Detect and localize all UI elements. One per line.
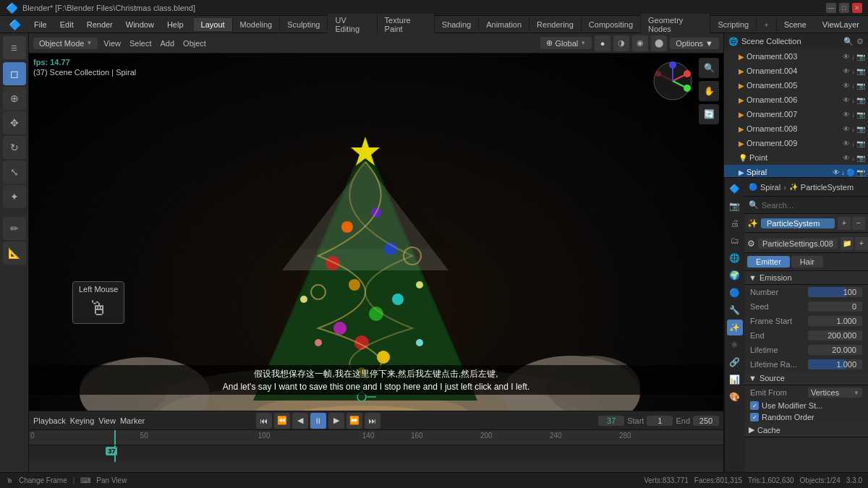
timeline-track[interactable]: 37 [29, 445, 723, 462]
menu-edit[interactable]: Edit [54, 19, 80, 30]
random-order-checkbox[interactable]: ✓ [750, 413, 759, 421]
jump-end-btn[interactable]: ⏭ [365, 413, 380, 429]
cursor-tool-btn[interactable]: ⊕ [3, 87, 26, 110]
start-frame-input[interactable]: 1 [647, 416, 673, 426]
object-menu[interactable]: Object [180, 39, 209, 48]
lifetime-rand-input[interactable]: 1.000 [808, 359, 862, 369]
select-menu[interactable]: Select [127, 39, 155, 48]
ws-compositing[interactable]: Compositing [582, 18, 641, 31]
current-frame-input[interactable]: 37 [598, 416, 624, 426]
props-material-btn[interactable]: 🎨 [727, 389, 743, 405]
ps-settings-browse-btn[interactable]: 📁 [841, 237, 854, 250]
props-world-btn[interactable]: 🌍 [727, 267, 743, 283]
playback-menu[interactable]: Playback [33, 416, 66, 425]
ws-uv-editing[interactable]: UV Editing [328, 14, 377, 35]
ws-rendering[interactable]: Rendering [529, 18, 582, 31]
menu-blender[interactable]: 🔷 [3, 17, 27, 32]
select-tool-btn[interactable]: ◻ [3, 62, 26, 85]
menu-render[interactable]: Render [81, 19, 119, 30]
props-constraints-btn[interactable]: 🔗 [727, 354, 743, 370]
lifetime-input[interactable]: 20.000 [808, 345, 862, 355]
viewport-zoom-in[interactable]: 🔍 [699, 58, 719, 78]
maximize-button[interactable]: □ [839, 3, 849, 13]
measure-tool-btn[interactable]: 📐 [3, 241, 26, 265]
props-output-btn[interactable]: 🖨 [727, 215, 743, 231]
breadcrumb-spiral[interactable]: Spiral [760, 183, 780, 192]
ws-shading[interactable]: Shading [435, 18, 479, 31]
menu-help[interactable]: Help [161, 19, 190, 30]
ws-add[interactable]: + [757, 18, 776, 31]
play-reverse-btn[interactable]: ◀ [292, 413, 308, 429]
close-button[interactable]: ✕ [852, 3, 862, 13]
end-frame-input[interactable]: 250 [693, 416, 719, 426]
props-object-btn[interactable]: 🔵 [727, 285, 743, 301]
play-forward-btn[interactable]: ▶ [328, 413, 344, 429]
timeline-ruler[interactable]: 0 50 100 140 160 200 240 280 [29, 430, 723, 445]
props-modifier-btn[interactable]: 🔧 [727, 302, 743, 318]
outliner-item[interactable]: ▶ Ornament.008 👁↓📷 [724, 121, 868, 136]
number-input[interactable]: 100 [808, 287, 862, 297]
annotate-tool-btn[interactable]: ✏ [3, 217, 26, 240]
mode-selector[interactable]: Object Mode▼ [33, 38, 98, 49]
prev-keyframe-btn[interactable]: ⏪ [274, 413, 290, 429]
outliner-item[interactable]: ▶ Ornament.005 👁↓📷 [724, 78, 868, 93]
transform-selector[interactable]: ⊕Global▼ [540, 37, 592, 49]
hair-tab[interactable]: Hair [791, 256, 823, 267]
frame-start-input[interactable]: 1.000 [808, 316, 862, 326]
props-data-btn[interactable]: 📊 [727, 372, 743, 388]
emit-from-dropdown[interactable]: Vertices ▼ [808, 388, 862, 398]
props-active-object-btn[interactable]: 🔷 [727, 181, 743, 197]
ws-scripting[interactable]: Scripting [710, 18, 757, 31]
ws-modeling[interactable]: Modeling [233, 18, 281, 31]
end-input[interactable]: 200.000 [808, 330, 862, 341]
next-keyframe-btn[interactable]: ⏩ [346, 413, 362, 429]
ps-settings-name[interactable]: ParticleSettings.008 [758, 239, 838, 249]
menu-file[interactable]: File [28, 19, 53, 30]
viewport-rotate[interactable]: 🔄 [699, 104, 719, 124]
props-physics-btn[interactable]: ⚛ [727, 337, 743, 353]
props-scene-btn[interactable]: 🌐 [727, 250, 743, 266]
ws-geometry-nodes[interactable]: Geometry Nodes [641, 14, 710, 35]
outliner-item[interactable]: ▶ Ornament.006 👁↓📷 [724, 93, 868, 107]
ps-settings-new-btn[interactable]: + [855, 237, 868, 250]
keying-menu[interactable]: Keying [70, 416, 95, 425]
viewport-pan[interactable]: ✋ [699, 81, 719, 101]
ws-sculpting[interactable]: Sculpting [280, 18, 328, 31]
viewport-3d[interactable]: fps: 14.77 (37) Scene Collection | Spira… [29, 53, 723, 411]
cache-section-title[interactable]: ▶ Cache [744, 423, 868, 437]
emitter-tab[interactable]: Emitter [747, 256, 790, 267]
breadcrumb-particle-system[interactable]: ParticleSystem [801, 183, 854, 192]
emission-section-title[interactable]: ▼ Emission [744, 271, 868, 285]
props-search-input[interactable] [762, 201, 864, 210]
outliner-search-icon[interactable]: 🔍 [843, 37, 854, 46]
play-pause-btn[interactable]: ⏸ [310, 413, 326, 429]
shading-solid-btn[interactable]: ● [595, 35, 610, 51]
props-view-layer-btn[interactable]: 🗂 [727, 233, 743, 249]
transform-tool-btn[interactable]: ✦ [3, 185, 26, 208]
view-menu[interactable]: View [101, 39, 124, 48]
viewlayer-selector[interactable]: ViewLayer [817, 19, 865, 30]
outliner-filter-icon[interactable]: ⚙ [856, 37, 864, 46]
outliner-item[interactable]: ▶ Ornament.009 👁↓📷 [724, 136, 868, 150]
outliner-item[interactable]: ▶ Ornament.004 👁↓📷 [724, 64, 868, 78]
scene-selector[interactable]: Scene [778, 19, 812, 30]
header-toggle-btn[interactable]: ☰ [3, 36, 26, 59]
viewport-gizmo[interactable] [651, 59, 694, 103]
shading-material-btn[interactable]: ◑ [613, 35, 629, 51]
view-menu-tl[interactable]: View [98, 416, 116, 425]
outliner-item[interactable]: ▶ Ornament.007 👁↓📷 [724, 107, 868, 121]
use-modifier-checkbox[interactable]: ✓ [750, 401, 759, 410]
scale-tool-btn[interactable]: ⤡ [3, 160, 26, 184]
menu-window[interactable]: Window [120, 19, 160, 30]
ws-layout[interactable]: Layout [194, 18, 233, 31]
source-section-title[interactable]: ▼ Source [744, 372, 868, 385]
jump-start-btn[interactable]: ⏮ [256, 413, 272, 429]
rotate-tool-btn[interactable]: ↻ [3, 136, 26, 159]
ws-texture-paint[interactable]: Texture Paint [378, 14, 435, 35]
ws-animation[interactable]: Animation [479, 18, 529, 31]
move-tool-btn[interactable]: ✥ [3, 111, 26, 134]
outliner-item[interactable]: ▶ Ornament.003 👁↓📷 [724, 49, 868, 64]
add-menu[interactable]: Add [158, 39, 178, 48]
overlay-btn[interactable]: ⬤ [651, 35, 667, 51]
shading-render-btn[interactable]: ◉ [632, 35, 648, 51]
